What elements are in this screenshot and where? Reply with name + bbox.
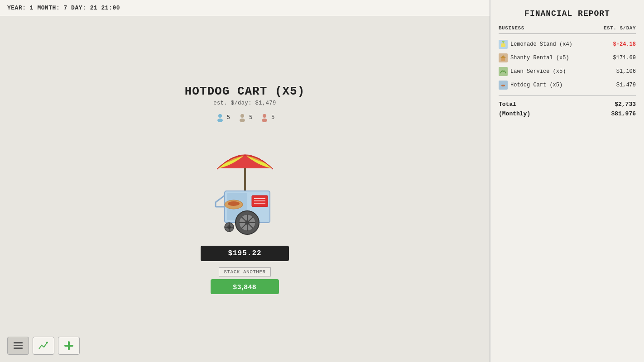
hotdog-label: Hotdog Cart (x5) bbox=[510, 82, 562, 88]
lawn-amount: $1,106 bbox=[616, 68, 636, 75]
right-panel: Financial Report Business Est. $/Day Lem… bbox=[490, 0, 644, 362]
lemonade-amount: $-24.18 bbox=[613, 41, 636, 48]
report-header: Business Est. $/Day bbox=[499, 25, 636, 34]
plus-icon bbox=[63, 340, 74, 351]
svg-point-37 bbox=[502, 41, 505, 43]
report-row-left-lemonade: Lemonade Stand (x4) bbox=[499, 40, 572, 49]
report-row-shanty: Shanty Rental (x5) $171.69 bbox=[499, 51, 636, 65]
report-row-left-shanty: Shanty Rental (x5) bbox=[499, 53, 569, 62]
monthly-label: (Monthly) bbox=[499, 110, 530, 117]
worker-icon-1 bbox=[215, 113, 225, 123]
svg-point-41 bbox=[501, 85, 505, 86]
hotdog-amount: $1,479 bbox=[616, 82, 636, 88]
price-display: $195.22 bbox=[201, 246, 288, 261]
chart-icon bbox=[38, 341, 49, 351]
chart-view-button[interactable] bbox=[33, 337, 54, 355]
list-view-button[interactable] bbox=[7, 337, 29, 355]
stack-button[interactable]: $3,848 bbox=[211, 279, 279, 294]
svg-rect-31 bbox=[14, 348, 23, 349]
worker-item-3: 5 bbox=[260, 113, 274, 123]
cart-svg bbox=[200, 132, 290, 236]
worker-icon-2 bbox=[237, 113, 247, 123]
report-row-lawn: Lawn Service (x5) $1,106 bbox=[499, 65, 636, 78]
svg-rect-39 bbox=[501, 58, 505, 61]
svg-point-1 bbox=[217, 119, 223, 122]
shanty-amount: $171.69 bbox=[613, 55, 636, 61]
worker-icon-3 bbox=[260, 113, 269, 123]
report-row-left-hotdog: Hotdog Cart (x5) bbox=[499, 81, 562, 90]
total-label: Total bbox=[499, 101, 516, 108]
col-business: Business bbox=[499, 25, 524, 31]
svg-point-0 bbox=[218, 114, 222, 118]
bottom-toolbar bbox=[7, 337, 80, 355]
lemonade-icon bbox=[499, 40, 508, 49]
lawn-label: Lawn Service (x5) bbox=[510, 68, 566, 75]
main-panel: Year: 1 Month: 7 Day: 21 21:00 Hotdog Ca… bbox=[0, 0, 490, 362]
report-divider bbox=[499, 95, 636, 96]
svg-point-5 bbox=[262, 119, 267, 122]
worker-item-1: 5 bbox=[215, 113, 230, 123]
worker-count-1: 5 bbox=[227, 114, 230, 121]
cart-illustration bbox=[200, 130, 290, 238]
col-est: Est. $/Day bbox=[604, 25, 636, 31]
svg-rect-29 bbox=[14, 342, 23, 343]
lemonade-label: Lemonade Stand (x4) bbox=[510, 41, 572, 48]
report-row-lemonade: Lemonade Stand (x4) $-24.18 bbox=[499, 38, 636, 51]
total-amount: $2,733 bbox=[615, 101, 636, 108]
shanty-icon bbox=[499, 53, 508, 62]
shanty-label: Shanty Rental (x5) bbox=[510, 55, 569, 61]
svg-point-2 bbox=[240, 114, 244, 118]
svg-point-10 bbox=[228, 201, 240, 206]
svg-rect-30 bbox=[14, 345, 23, 346]
svg-rect-35 bbox=[501, 43, 505, 47]
lawn-icon bbox=[499, 67, 508, 76]
header-bar: Year: 1 Month: 7 Day: 21 21:00 bbox=[0, 0, 490, 16]
report-monthly: (Monthly) $81,976 bbox=[499, 109, 636, 119]
business-subtitle: Est. $/Day: $1,479 bbox=[213, 100, 276, 106]
worker-item-2: 5 bbox=[237, 113, 252, 123]
business-title: Hotdog Cart (x5) bbox=[185, 85, 305, 98]
svg-point-3 bbox=[240, 119, 245, 122]
svg-marker-38 bbox=[500, 55, 506, 58]
monthly-amount: $81,976 bbox=[611, 110, 636, 117]
worker-count-3: 5 bbox=[271, 114, 274, 121]
report-row-left-lawn: Lawn Service (x5) bbox=[499, 67, 566, 76]
center-content: Hotdog Cart (x5) Est. $/Day: $1,479 5 bbox=[0, 16, 490, 362]
report-total: Total $2,733 bbox=[499, 100, 636, 109]
svg-line-26 bbox=[216, 195, 225, 202]
hotdog-icon bbox=[499, 81, 508, 90]
svg-point-4 bbox=[263, 114, 266, 118]
game-time: Year: 1 Month: 7 Day: 21 21:00 bbox=[7, 5, 120, 11]
report-row-hotdog: Hotdog Cart (x5) $1,479 bbox=[499, 78, 636, 92]
stack-label: Stack Another bbox=[219, 267, 270, 276]
svg-rect-34 bbox=[64, 345, 73, 347]
report-title: Financial Report bbox=[499, 9, 636, 18]
workers-row: 5 5 5 bbox=[215, 113, 275, 123]
svg-point-32 bbox=[46, 342, 48, 343]
list-icon bbox=[13, 341, 24, 350]
worker-count-2: 5 bbox=[249, 114, 252, 121]
add-button[interactable] bbox=[58, 337, 80, 355]
